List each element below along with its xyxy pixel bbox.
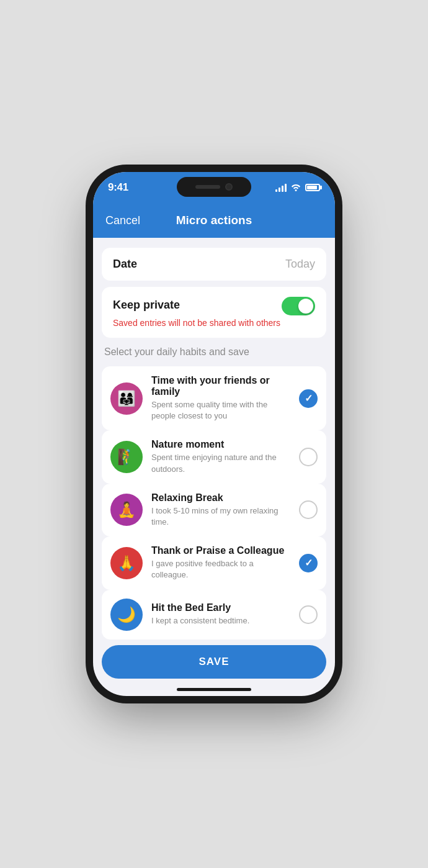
habit-desc-bed-early: I kept a consistent bedtime. [151, 615, 290, 626]
habit-card-nature-moment[interactable]: 🧗Nature momentSpent time enjoying nature… [102, 430, 326, 483]
date-label: Date [113, 258, 137, 271]
phone-frame: 9:41 Cancel Micro actions [93, 172, 335, 696]
habits-list: 👨‍👩‍👧Time with your friends or familySpe… [102, 366, 326, 640]
save-area: SAVE [102, 645, 326, 679]
habit-desc-praise-colleague: I gave positive feedback to a colleague. [151, 558, 290, 581]
habit-desc-nature-moment: Spent time enjoying nature and the outdo… [151, 452, 290, 474]
section-label: Select your daily habits and save [102, 344, 326, 360]
keep-private-title: Keep private [113, 299, 180, 312]
home-indicator [177, 688, 251, 691]
habit-title-friends-family: Time with your friends or family [151, 375, 290, 397]
habit-icon-praise-colleague: 🙏 [110, 547, 143, 579]
notch [177, 177, 251, 197]
habit-desc-friends-family: Spent some quality time with the people … [151, 399, 290, 422]
habit-icon-friends-family: 👨‍👩‍👧 [110, 382, 143, 415]
content-area: Date Today Keep private Saved entries wi… [93, 238, 335, 696]
habit-check-praise-colleague[interactable] [299, 554, 318, 572]
keep-private-toggle[interactable] [282, 297, 315, 315]
keep-private-header: Keep private [113, 297, 315, 315]
date-card[interactable]: Date Today [102, 248, 326, 281]
habit-card-praise-colleague[interactable]: 🙏Thank or Praise a ColleagueI gave posit… [102, 536, 326, 589]
habit-text-praise-colleague: Thank or Praise a ColleagueI gave positi… [151, 545, 290, 581]
habit-card-bed-early[interactable]: 🌙Hit the Bed EarlyI kept a consistent be… [102, 590, 326, 640]
habit-icon-bed-early: 🌙 [110, 599, 143, 631]
habit-icon-relaxing-break: 🧘 [110, 494, 143, 526]
status-icons [275, 183, 320, 193]
status-bar: 9:41 [93, 172, 335, 203]
status-time: 9:41 [108, 181, 128, 194]
toggle-knob [298, 299, 313, 314]
habit-check-bed-early[interactable] [299, 605, 318, 624]
habit-title-praise-colleague: Thank or Praise a Colleague [151, 545, 290, 556]
wifi-icon [290, 183, 301, 193]
keep-private-subtitle: Saved entries will not be shared with ot… [113, 318, 315, 328]
habit-title-nature-moment: Nature moment [151, 439, 290, 450]
signal-bars-icon [275, 183, 287, 192]
habit-check-nature-moment[interactable] [299, 448, 318, 466]
date-row: Date Today [113, 258, 315, 271]
battery-icon [305, 184, 320, 191]
habit-desc-relaxing-break: I took 5-10 mins of my own relaxing time… [151, 505, 290, 528]
page-title: Micro actions [176, 214, 252, 227]
habit-check-relaxing-break[interactable] [299, 500, 318, 519]
notch-speaker [195, 185, 220, 189]
habit-title-relaxing-break: Relaxing Break [151, 492, 290, 504]
habit-text-nature-moment: Nature momentSpent time enjoying nature … [151, 439, 290, 474]
habit-text-friends-family: Time with your friends or familySpent so… [151, 375, 290, 422]
habit-title-bed-early: Hit the Bed Early [151, 602, 290, 613]
save-button[interactable]: SAVE [102, 645, 326, 679]
habit-icon-nature-moment: 🧗 [110, 441, 143, 473]
keep-private-card: Keep private Saved entries will not be s… [102, 287, 326, 338]
habit-text-relaxing-break: Relaxing BreakI took 5-10 mins of my own… [151, 492, 290, 528]
date-value: Today [285, 258, 315, 271]
habit-card-friends-family[interactable]: 👨‍👩‍👧Time with your friends or familySpe… [102, 366, 326, 430]
cancel-button[interactable]: Cancel [105, 214, 140, 227]
notch-camera [225, 183, 233, 191]
habit-text-bed-early: Hit the Bed EarlyI kept a consistent bed… [151, 602, 290, 626]
habit-check-friends-family[interactable] [299, 389, 318, 408]
habit-card-relaxing-break[interactable]: 🧘Relaxing BreakI took 5-10 mins of my ow… [102, 484, 326, 536]
nav-bar: Cancel Micro actions [93, 203, 335, 238]
